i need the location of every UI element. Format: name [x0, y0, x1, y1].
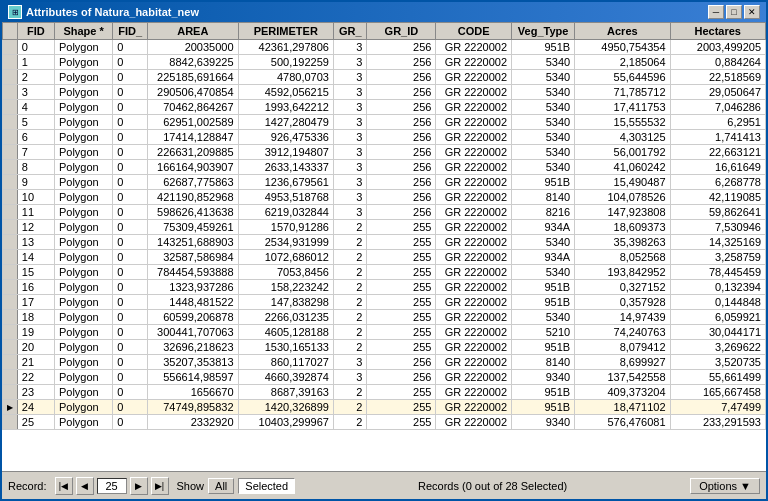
table-row[interactable]: 2Polygon0225185,6916644780,07033256GR 22…: [3, 70, 766, 85]
options-button[interactable]: Options ▼: [690, 478, 760, 494]
cell-code: GR 2220002: [436, 55, 512, 70]
cell-perimeter: 3912,194807: [238, 145, 333, 160]
cell-arrow: [3, 205, 18, 220]
header-fid_[interactable]: FID_: [113, 23, 148, 40]
cell-veg_type: 951B: [512, 340, 575, 355]
cell-acres: 193,842952: [575, 265, 670, 280]
table-row[interactable]: 12Polygon075309,4592611570,912862255GR 2…: [3, 220, 766, 235]
cell-acres: 0,327152: [575, 280, 670, 295]
cell-gr_id: 256: [367, 40, 436, 55]
table-row[interactable]: 10Polygon0421190,8529684953,5187683256GR…: [3, 190, 766, 205]
cell-perimeter: 6219,032844: [238, 205, 333, 220]
header-shape[interactable]: Shape *: [54, 23, 112, 40]
header-code[interactable]: CODE: [436, 23, 512, 40]
table-row[interactable]: 25Polygon0233292010403,2999672255GR 2220…: [3, 415, 766, 430]
table-row[interactable]: 14Polygon032587,5869841072,6860122255GR …: [3, 250, 766, 265]
window-controls[interactable]: ─ □ ✕: [708, 5, 760, 19]
title-bar: ⊞ Attributes of Natura_habitat_new ─ □ ✕: [2, 2, 766, 22]
cell-code: GR 2220002: [436, 385, 512, 400]
cell-area: 20035000: [148, 40, 239, 55]
table-row[interactable]: 5Polygon062951,0025891427,2804793256GR 2…: [3, 115, 766, 130]
cell-arrow: [3, 100, 18, 115]
cell-hectares: 0,884264: [670, 55, 765, 70]
table-row[interactable]: 1Polygon08842,639225500,1922593256GR 222…: [3, 55, 766, 70]
close-button[interactable]: ✕: [744, 5, 760, 19]
cell-fid_: 0: [113, 265, 148, 280]
table-row[interactable]: 6Polygon017414,128847926,4753363256GR 22…: [3, 130, 766, 145]
cell-gr_id: 256: [367, 85, 436, 100]
header-gr_id[interactable]: GR_ID: [367, 23, 436, 40]
cell-arrow: [3, 145, 18, 160]
show-all-button[interactable]: All: [208, 478, 234, 494]
table-row[interactable]: 0Polygon02003500042361,2978063256GR 2220…: [3, 40, 766, 55]
cell-code: GR 2220002: [436, 295, 512, 310]
table-row[interactable]: 11Polygon0598626,4136386219,0328443256GR…: [3, 205, 766, 220]
cell-arrow: [3, 340, 18, 355]
cell-gr_id: 256: [367, 100, 436, 115]
restore-button[interactable]: □: [726, 5, 742, 19]
header-gr_[interactable]: GR_: [333, 23, 367, 40]
cell-hectares: 16,61649: [670, 160, 765, 175]
header-acres[interactable]: Acres: [575, 23, 670, 40]
cell-fid_: 0: [113, 295, 148, 310]
table-row[interactable]: 19Polygon0300441,7070634605,1281882255GR…: [3, 325, 766, 340]
cell-fid_: 0: [113, 310, 148, 325]
cell-gr_: 2: [333, 400, 367, 415]
options-label: Options: [699, 480, 737, 492]
table-row[interactable]: 8Polygon0166164,9039072633,1433373256GR …: [3, 160, 766, 175]
cell-perimeter: 2534,931999: [238, 235, 333, 250]
table-row[interactable]: 7Polygon0226631,2098853912,1948073256GR …: [3, 145, 766, 160]
table-row[interactable]: 23Polygon016566708687,391632255GR 222000…: [3, 385, 766, 400]
table-row[interactable]: 17Polygon01448,481522147,8382982255GR 22…: [3, 295, 766, 310]
record-navigation[interactable]: |◀ ◀ 25 ▶ ▶|: [55, 477, 169, 495]
table-row[interactable]: 16Polygon01323,937286158,2232422255GR 22…: [3, 280, 766, 295]
cell-area: 225185,691664: [148, 70, 239, 85]
header-fid[interactable]: FID: [17, 23, 54, 40]
header-hectares[interactable]: Hectares: [670, 23, 765, 40]
cell-hectares: 6,268778: [670, 175, 765, 190]
show-selected-button[interactable]: Selected: [238, 478, 295, 494]
table-row[interactable]: 3Polygon0290506,4708544592,0562153256GR …: [3, 85, 766, 100]
table-row[interactable]: 9Polygon062687,7758631236,6795613256GR 2…: [3, 175, 766, 190]
cell-acres: 18,471102: [575, 400, 670, 415]
minimize-button[interactable]: ─: [708, 5, 724, 19]
table-row[interactable]: 18Polygon060599,2068782266,0312352255GR …: [3, 310, 766, 325]
cell-code: GR 2220002: [436, 190, 512, 205]
nav-last-button[interactable]: ▶|: [151, 477, 169, 495]
cell-fid: 17: [17, 295, 54, 310]
table-row[interactable]: 15Polygon0784454,5938887053,84562255GR 2…: [3, 265, 766, 280]
cell-arrow: ▶: [3, 400, 18, 415]
cell-area: 290506,470854: [148, 85, 239, 100]
cell-perimeter: 1530,165133: [238, 340, 333, 355]
current-record-number[interactable]: 25: [97, 478, 127, 494]
cell-code: GR 2220002: [436, 400, 512, 415]
cell-fid: 0: [17, 40, 54, 55]
table-row[interactable]: 20Polygon032696,2186231530,1651332255GR …: [3, 340, 766, 355]
table-row[interactable]: 22Polygon0556614,985974660,3928743256GR …: [3, 370, 766, 385]
header-perimeter[interactable]: PERIMETER: [238, 23, 333, 40]
cell-perimeter: 4780,0703: [238, 70, 333, 85]
nav-prev-button[interactable]: ◀: [76, 477, 94, 495]
cell-fid: 18: [17, 310, 54, 325]
options-dropdown-icon[interactable]: ▼: [740, 480, 751, 492]
header-veg_type[interactable]: Veg_Type: [512, 23, 575, 40]
table-row[interactable]: 4Polygon070462,8642671993,6422123256GR 2…: [3, 100, 766, 115]
table-row[interactable]: ▶24Polygon074749,8958321420,3268992255GR…: [3, 400, 766, 415]
header-area[interactable]: AREA: [148, 23, 239, 40]
cell-fid: 12: [17, 220, 54, 235]
cell-shape: Polygon: [54, 70, 112, 85]
cell-fid_: 0: [113, 355, 148, 370]
cell-veg_type: 9340: [512, 370, 575, 385]
cell-code: GR 2220002: [436, 340, 512, 355]
cell-gr_id: 256: [367, 190, 436, 205]
cell-fid: 8: [17, 160, 54, 175]
table-row[interactable]: 21Polygon035207,353813860,1170273256GR 2…: [3, 355, 766, 370]
cell-perimeter: 147,838298: [238, 295, 333, 310]
cell-area: 60599,206878: [148, 310, 239, 325]
table-row[interactable]: 13Polygon0143251,6889032534,9319992255GR…: [3, 235, 766, 250]
nav-first-button[interactable]: |◀: [55, 477, 73, 495]
cell-gr_id: 255: [367, 415, 436, 430]
cell-veg_type: 934A: [512, 250, 575, 265]
nav-next-button[interactable]: ▶: [130, 477, 148, 495]
cell-arrow: [3, 385, 18, 400]
